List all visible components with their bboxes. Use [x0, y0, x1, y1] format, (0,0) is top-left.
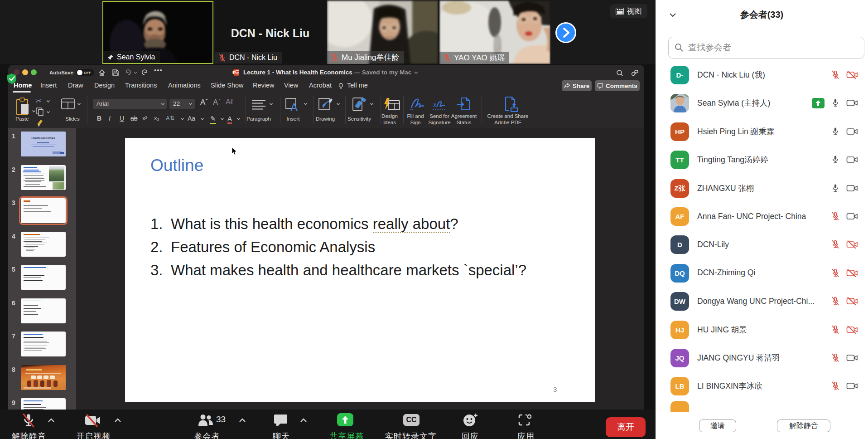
svg-text:P: P: [233, 70, 236, 75]
svg-text:x: x: [433, 101, 436, 108]
svg-text:A: A: [290, 101, 298, 112]
